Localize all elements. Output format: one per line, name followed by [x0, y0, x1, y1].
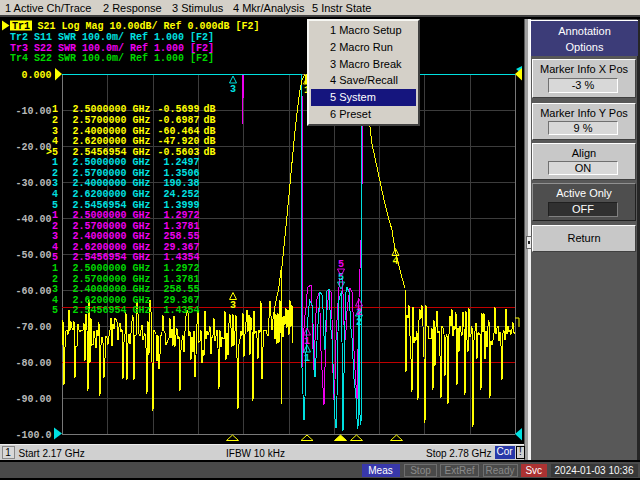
svg-text:2.5700000 GHz: 2.5700000 GHz [73, 274, 151, 285]
svg-text:2.5456954 GHz: 2.5456954 GHz [73, 147, 151, 158]
svg-text:4: 4 [52, 136, 58, 147]
svg-text:190.38: 190.38 [163, 178, 199, 189]
svg-text:0.000: 0.000 [21, 70, 51, 81]
svg-text:2: 2 [52, 115, 58, 126]
svg-text:2.6200000 GHz: 2.6200000 GHz [73, 242, 151, 253]
svg-text:2.5456954 GHz: 2.5456954 GHz [73, 305, 151, 316]
svg-text:dB: dB [204, 126, 216, 137]
svg-text:29.367: 29.367 [163, 295, 199, 306]
svg-text:2: 2 [52, 221, 58, 232]
svg-text:2.4000000 GHz: 2.4000000 GHz [73, 231, 151, 242]
svg-text:dB: dB [204, 104, 216, 115]
svg-text:-100.0: -100.0 [15, 430, 51, 441]
svg-text:5: 5 [52, 200, 58, 211]
svg-text:2.5456954 GHz: 2.5456954 GHz [73, 252, 151, 263]
svg-text:2.4000000 GHz: 2.4000000 GHz [73, 126, 151, 137]
svg-text:-0.6987: -0.6987 [157, 115, 199, 126]
svg-text:-80.00: -80.00 [15, 358, 51, 369]
svg-text:2: 2 [356, 317, 362, 328]
svg-text:1: 1 [304, 353, 310, 364]
svg-text:-47.920: -47.920 [157, 136, 199, 147]
svg-text:Tr3 S22 SWR 100.0m/ Ref 1.000: Tr3 S22 SWR 100.0m/ Ref 1.000 [F2] [10, 43, 214, 54]
svg-text:2.6200000 GHz: 2.6200000 GHz [73, 136, 151, 147]
svg-text:S21 Log Mag 10.00dB/ Ref 0.000: S21 Log Mag 10.00dB/ Ref 0.000dB [F2] [38, 21, 260, 32]
svg-text:1.2972: 1.2972 [163, 263, 199, 274]
svg-text:1.4354: 1.4354 [163, 252, 199, 263]
svg-text:5: 5 [52, 252, 58, 263]
svg-text:-90.00: -90.00 [15, 394, 51, 405]
svg-text:2.5700000 GHz: 2.5700000 GHz [73, 168, 151, 179]
svg-text:258.55: 258.55 [163, 284, 199, 295]
svg-text:-0.5699: -0.5699 [157, 104, 199, 115]
svg-text:2.5000000 GHz: 2.5000000 GHz [73, 104, 151, 115]
svg-text:5: 5 [52, 147, 58, 158]
svg-text:1.3781: 1.3781 [163, 274, 199, 285]
svg-text:-10.00: -10.00 [15, 106, 51, 117]
svg-text:3: 3 [230, 300, 236, 311]
svg-text:5: 5 [338, 259, 344, 270]
svg-text:1: 1 [52, 263, 58, 274]
svg-text:3: 3 [52, 178, 58, 189]
svg-text:2: 2 [356, 307, 362, 318]
svg-text:1.3999: 1.3999 [163, 200, 199, 211]
svg-text:1.4354: 1.4354 [163, 305, 199, 316]
svg-text:2.5700000 GHz: 2.5700000 GHz [73, 221, 151, 232]
svg-text:2.5456954 GHz: 2.5456954 GHz [73, 200, 151, 211]
svg-text:4: 4 [52, 189, 58, 200]
svg-text:2: 2 [52, 168, 58, 179]
svg-text:dB: dB [204, 147, 216, 158]
svg-text:dB: dB [204, 115, 216, 126]
svg-text:5: 5 [52, 305, 58, 316]
svg-text:-70.00: -70.00 [15, 322, 51, 333]
svg-text:Tr2 S11 SWR 100.0m/ Ref 1.000: Tr2 S11 SWR 100.0m/ Ref 1.000 [F2] [10, 32, 214, 43]
svg-text:29.367: 29.367 [163, 242, 199, 253]
svg-text:-0.5603: -0.5603 [157, 147, 199, 158]
svg-text:1: 1 [304, 336, 310, 347]
svg-text:3: 3 [52, 126, 58, 137]
svg-text:1: 1 [52, 210, 58, 221]
svg-text:24.252: 24.252 [163, 189, 199, 200]
svg-text:Tr4 S22 SWR 100.0m/ Ref 1.000: Tr4 S22 SWR 100.0m/ Ref 1.000 [F2] [10, 53, 214, 64]
svg-text:Tr1: Tr1 [12, 21, 30, 32]
svg-text:4: 4 [392, 256, 398, 267]
svg-text:2.5000000 GHz: 2.5000000 GHz [73, 157, 151, 168]
svg-text:2.5000000 GHz: 2.5000000 GHz [73, 210, 151, 221]
svg-text:2.6200000 GHz: 2.6200000 GHz [73, 189, 151, 200]
svg-text:1.2497: 1.2497 [163, 157, 199, 168]
svg-text:2.6200000 GHz: 2.6200000 GHz [73, 295, 151, 306]
svg-text:2.5700000 GHz: 2.5700000 GHz [73, 115, 151, 126]
svg-text:-50.00: -50.00 [15, 250, 51, 261]
svg-text:1.3506: 1.3506 [163, 168, 199, 179]
svg-text:2: 2 [52, 274, 58, 285]
svg-text:3: 3 [230, 84, 236, 95]
svg-text:3: 3 [52, 231, 58, 242]
svg-text:-30.00: -30.00 [15, 178, 51, 189]
svg-text:1.3781: 1.3781 [163, 221, 199, 232]
svg-text:2.4000000 GHz: 2.4000000 GHz [73, 284, 151, 295]
svg-text:4: 4 [52, 295, 58, 306]
svg-text:-60.464: -60.464 [157, 126, 199, 137]
svg-text:1: 1 [52, 104, 58, 115]
svg-text:-60.00: -60.00 [15, 286, 51, 297]
svg-text:-40.00: -40.00 [15, 214, 51, 225]
svg-text:dB: dB [204, 136, 216, 147]
svg-text:3: 3 [52, 284, 58, 295]
svg-text:1: 1 [52, 157, 58, 168]
svg-text:1.2972: 1.2972 [163, 210, 199, 221]
svg-text:2.4000000 GHz: 2.4000000 GHz [73, 178, 151, 189]
svg-text:4: 4 [52, 242, 58, 253]
svg-text:258.55: 258.55 [163, 231, 199, 242]
svg-text:2.5000000 GHz: 2.5000000 GHz [73, 263, 151, 274]
